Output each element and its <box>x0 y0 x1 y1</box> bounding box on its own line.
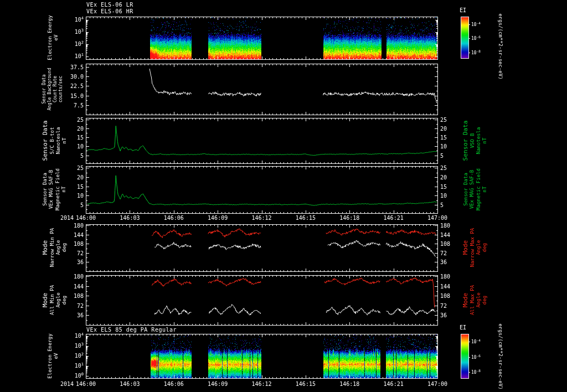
panel5-y-axis-label: Mode Narrow Min PA Angle deg <box>42 228 68 267</box>
panel2-y-axis-label: Sensor Data Angle Background Count Rate … <box>42 68 64 110</box>
panel7-title: VEx ELS 85 deg PA Regular <box>86 327 177 333</box>
panel4-right-axis-label: Sensor Data VEx MAG SAF-B Magnetic Field… <box>463 168 488 210</box>
panel6-y-axis-label: Mode All Min PA Angle deg <box>42 285 68 315</box>
panel1-title-line1: VEx ELS-06 LR <box>86 2 133 8</box>
colorbar1-units-label: ergs/(cm**2-sr-sec-eV) <box>497 13 503 79</box>
colorbar1-title: EI <box>460 7 466 13</box>
panel3-right-axis-label: Sensor Data VSO B Nanotesla nT <box>462 121 488 161</box>
colorbar2-units-label: ergs/(cm**2-sr-sec-eV) <box>497 323 503 389</box>
panel6-right-axis-label: Mode All Max PA Angle deg <box>462 285 488 315</box>
panel4-y-axis-label: Sensor Data VEx MAG SAF-B Magnetic Field… <box>42 168 67 210</box>
panel7-y-axis-label: Electron Energy eV <box>47 333 60 378</box>
panel3-y-axis-label: Sensor Data S/C B-tot Nanotesla nT <box>42 121 68 161</box>
panel1-y-axis-label: Electron Energy eV <box>47 15 60 60</box>
panel1-title-line2: VEx ELS-06 HR <box>86 8 133 14</box>
panel5-right-axis-label: Mode Narrow Max PA Angle deg <box>462 228 488 267</box>
vex-els-dashboard: VEx ELS-06 LR VEx ELS-06 HR VEx ELS 85 d… <box>0 0 567 392</box>
colorbar2-title: EI <box>460 324 466 331</box>
